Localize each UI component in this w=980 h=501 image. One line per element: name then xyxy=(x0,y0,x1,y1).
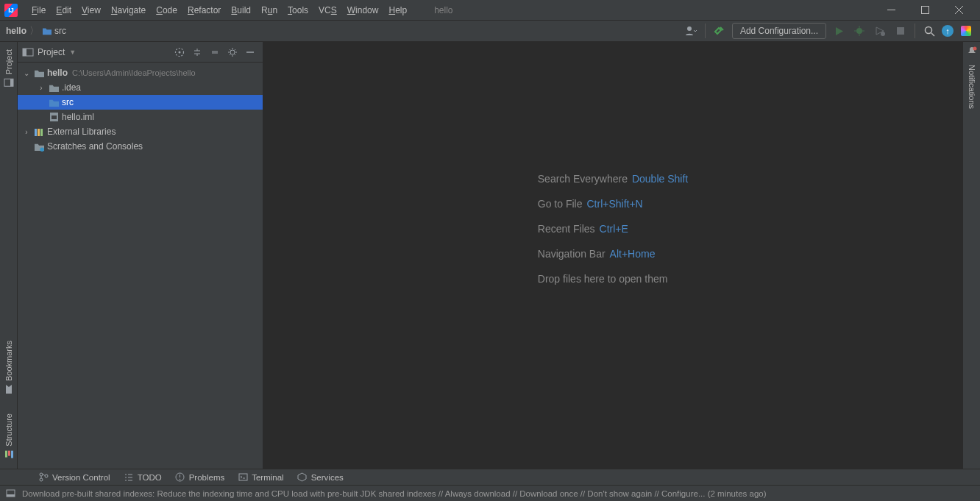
menu-code[interactable]: Code xyxy=(151,0,182,20)
svg-point-4 xyxy=(687,26,692,31)
svg-point-10 xyxy=(881,32,885,36)
project-panel-header: Project ▼ xyxy=(18,42,263,63)
stripe-project-tab[interactable]: Project xyxy=(4,46,14,90)
bottom-todo-tab[interactable]: TODO xyxy=(124,472,162,483)
menu-navigate[interactable]: Navigate xyxy=(106,0,151,20)
bookmark-icon xyxy=(4,384,14,394)
window-minimize-button[interactable] xyxy=(874,0,908,21)
svg-point-5 xyxy=(856,28,862,34)
tree-src-label: src xyxy=(62,97,74,107)
svg-rect-28 xyxy=(38,129,40,136)
breadcrumb-separator-icon: 〉 xyxy=(29,24,39,38)
breadcrumb[interactable]: hello 〉 src xyxy=(6,24,66,38)
tree-root-node[interactable]: ⌄ hello C:\Users\Admin\IdeaProjects\hell… xyxy=(18,65,263,80)
run-with-coverage-icon[interactable] xyxy=(872,23,888,39)
notifications-bell-icon[interactable] xyxy=(967,46,977,59)
svg-line-13 xyxy=(931,33,934,36)
select-opened-file-icon[interactable] xyxy=(171,44,188,60)
tree-scratches-label: Scratches and Consoles xyxy=(47,141,143,152)
ide-features-icon[interactable] xyxy=(958,23,974,39)
collapse-all-icon[interactable] xyxy=(207,44,223,60)
menu-build[interactable]: Build xyxy=(226,0,256,20)
left-tool-stripe: Project Bookmarks Structure xyxy=(0,42,18,469)
run-button-icon[interactable] xyxy=(831,23,847,39)
toolbar-divider xyxy=(705,24,706,38)
tree-scratches-node[interactable]: Scratches and Consoles xyxy=(18,139,263,154)
breadcrumb-root[interactable]: hello xyxy=(6,26,26,36)
scratches-icon xyxy=(33,142,45,152)
collapse-arrow-icon[interactable]: › xyxy=(22,128,31,136)
terminal-icon xyxy=(238,472,248,483)
menu-file[interactable]: File xyxy=(26,0,51,20)
bottom-problems-tab[interactable]: Problems xyxy=(175,472,225,483)
bottom-tool-stripe: Version Control TODO Problems Terminal S… xyxy=(0,469,980,485)
toolbar-divider xyxy=(915,24,915,38)
right-tool-stripe: Notifications xyxy=(962,42,980,469)
stripe-notifications-tab[interactable]: Notifications xyxy=(967,62,976,112)
menu-help[interactable]: Help xyxy=(383,0,412,20)
add-configuration-button[interactable]: Add Configuration... xyxy=(732,23,826,39)
menu-window[interactable]: Window xyxy=(342,0,384,20)
tree-src-node[interactable]: src xyxy=(18,95,263,110)
source-folder-icon xyxy=(48,98,60,107)
collapse-arrow-icon[interactable]: › xyxy=(37,84,46,92)
bottom-terminal-tab[interactable]: Terminal xyxy=(238,472,283,483)
folder-icon xyxy=(48,83,60,93)
svg-point-33 xyxy=(40,478,43,481)
svg-rect-26 xyxy=(52,116,57,119)
status-message[interactable]: Download pre-built shared indexes: Reduc… xyxy=(22,489,767,498)
vcs-branch-icon xyxy=(38,472,49,483)
debug-button-icon[interactable] xyxy=(851,23,867,39)
project-panel-title[interactable]: Project xyxy=(38,47,65,57)
breadcrumb-child[interactable]: src xyxy=(42,26,66,36)
tree-idea-node[interactable]: › .idea xyxy=(18,80,263,95)
stop-button-icon[interactable] xyxy=(892,23,909,39)
bottom-version-control-tab[interactable]: Version Control xyxy=(38,472,110,483)
tree-root-label: hello xyxy=(47,68,68,78)
stripe-bookmarks-tab[interactable]: Bookmarks xyxy=(4,338,14,397)
tree-idea-label: .idea xyxy=(62,82,81,93)
search-everywhere-icon[interactable] xyxy=(921,23,937,39)
svg-point-37 xyxy=(180,479,181,480)
build-hammer-icon[interactable] xyxy=(711,23,728,39)
svg-rect-27 xyxy=(35,129,37,136)
hide-panel-icon[interactable] xyxy=(242,44,258,60)
tree-external-libs-label: External Libraries xyxy=(47,127,116,137)
hint-recent-files: Recent FilesCtrl+E xyxy=(538,223,688,235)
window-maximize-button[interactable] xyxy=(908,0,942,21)
window-close-button[interactable] xyxy=(942,0,976,21)
svg-point-23 xyxy=(230,50,235,54)
bottom-services-tab[interactable]: Services xyxy=(297,472,344,483)
problems-icon xyxy=(175,472,185,483)
menu-refactor[interactable]: Refactor xyxy=(182,0,226,20)
stripe-structure-tab[interactable]: Structure xyxy=(4,411,14,463)
menu-vcs[interactable]: VCS xyxy=(313,0,342,20)
expand-all-icon[interactable] xyxy=(189,44,205,60)
project-tree[interactable]: ⌄ hello C:\Users\Admin\IdeaProjects\hell… xyxy=(18,63,263,469)
menu-run[interactable]: Run xyxy=(256,0,283,20)
window-title: hello xyxy=(434,5,452,15)
tree-external-libs-node[interactable]: › External Libraries xyxy=(18,124,263,139)
folder-icon xyxy=(42,26,52,35)
tree-iml-node[interactable]: hello.iml xyxy=(18,110,263,124)
svg-rect-15 xyxy=(10,79,13,86)
menu-view[interactable]: View xyxy=(77,0,106,20)
svg-point-22 xyxy=(179,51,181,53)
status-tool-window-icon[interactable] xyxy=(4,488,16,500)
module-folder-icon xyxy=(33,68,45,78)
services-icon xyxy=(297,472,308,483)
status-bar: Download pre-built shared indexes: Reduc… xyxy=(0,485,980,501)
panel-settings-icon[interactable] xyxy=(224,44,241,60)
svg-rect-17 xyxy=(8,451,10,456)
svg-rect-29 xyxy=(40,129,43,136)
hint-go-to-file: Go to FileCtrl+Shift+N xyxy=(538,198,688,210)
dropdown-chevron-icon[interactable]: ▼ xyxy=(69,49,76,56)
svg-rect-20 xyxy=(23,49,26,56)
menu-tools[interactable]: Tools xyxy=(283,0,313,20)
user-dropdown-icon[interactable] xyxy=(683,23,699,39)
svg-point-32 xyxy=(40,473,43,476)
update-available-icon[interactable]: ↑ xyxy=(942,25,954,37)
menu-edit[interactable]: Edit xyxy=(51,0,77,20)
editor-empty-state[interactable]: Search EverywhereDouble Shift Go to File… xyxy=(263,42,962,469)
expand-arrow-icon[interactable]: ⌄ xyxy=(22,69,31,77)
